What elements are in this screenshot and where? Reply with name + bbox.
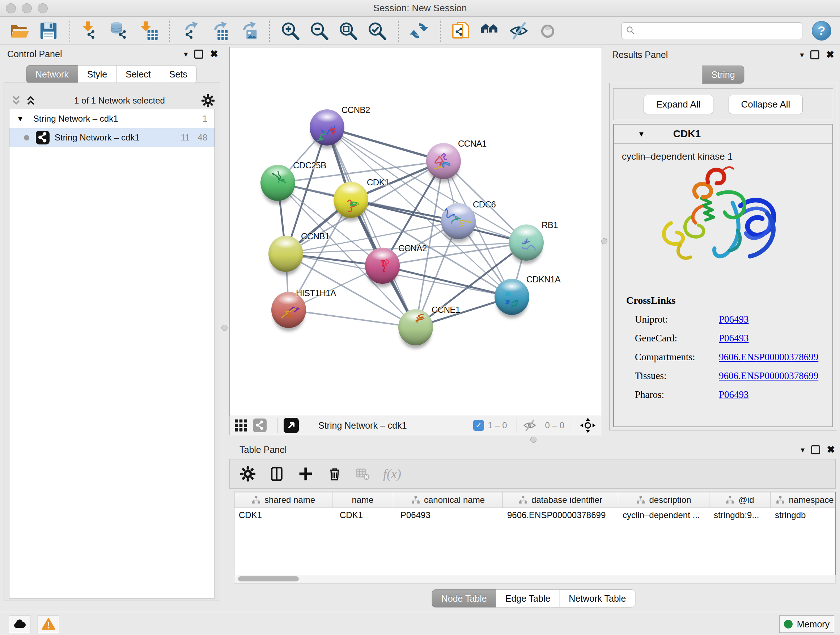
crosslink-link[interactable]: P06493 (719, 389, 749, 401)
table-cell[interactable]: stringdb (771, 508, 836, 523)
export-network-button[interactable] (180, 21, 201, 41)
expand-all-button[interactable]: Expand All (644, 95, 714, 114)
table-maximize-icon[interactable] (811, 445, 820, 454)
tab-style[interactable]: Style (78, 65, 117, 83)
network-collection-row[interactable]: ▼ String Network – cdk1 1 (9, 109, 215, 128)
crosslink-link[interactable]: P06493 (719, 314, 749, 325)
left-splitter-handle[interactable] (221, 325, 227, 331)
add-column-icon[interactable] (298, 466, 314, 482)
zoom-in-button[interactable] (280, 21, 300, 41)
horizontal-splitter-handle[interactable] (531, 437, 537, 443)
search-input[interactable] (637, 24, 802, 38)
network-node-CCNA2[interactable] (365, 248, 400, 284)
table-cell[interactable]: 9606.ENSP00000378699 (503, 508, 618, 523)
results-float-icon[interactable]: ▾ (800, 51, 804, 59)
table-cell[interactable]: P06493 (393, 508, 503, 523)
crosslink-link[interactable]: 9606.ENSP00000378699 (719, 352, 818, 363)
node-details-header[interactable]: ▼ CDK1 (614, 125, 832, 144)
column-header-id[interactable]: @id (709, 492, 771, 508)
tab-network[interactable]: Network (26, 65, 78, 83)
network-row-selected[interactable]: String Network – cdk1 11 48 (9, 128, 215, 147)
show-all-button[interactable] (538, 21, 558, 41)
first-neighbors-button[interactable] (480, 21, 500, 41)
collapse-all-button[interactable]: Collapse All (729, 95, 803, 114)
export-image-button[interactable] (238, 21, 258, 41)
network-node-RB1[interactable] (509, 225, 544, 261)
network-edge[interactable] (327, 127, 444, 161)
scrollbar-thumb[interactable] (238, 576, 299, 581)
network-node-CDKN1A[interactable] (494, 279, 529, 315)
memory-button[interactable]: Memory (779, 616, 834, 633)
column-header-canonical-name[interactable]: canonical name (393, 492, 503, 508)
network-edge[interactable] (327, 127, 416, 327)
table-settings-gear-icon[interactable] (240, 466, 256, 482)
network-node-CCNE1[interactable] (398, 309, 433, 345)
collection-expander-icon[interactable]: ▼ (17, 115, 24, 123)
tab-string[interactable]: String (702, 65, 744, 84)
network-thumbnail-icon[interactable] (253, 418, 267, 432)
network-node-CCNB1[interactable] (268, 236, 303, 272)
network-node-CDC6[interactable] (441, 203, 476, 239)
panel-maximize-icon[interactable] (194, 50, 203, 59)
network-node-CDK1[interactable] (333, 182, 368, 218)
results-maximize-icon[interactable] (810, 50, 819, 59)
results-close-icon[interactable]: ✖ (826, 50, 834, 60)
zoom-fit-button[interactable] (338, 21, 358, 41)
node-label-CDK1: CDK1 (367, 177, 389, 187)
tab-network-table[interactable]: Network Table (560, 589, 635, 608)
column-header-description[interactable]: description (618, 492, 709, 508)
hide-selected-button[interactable] (508, 21, 529, 41)
column-header-shared-name[interactable]: shared name (234, 492, 332, 508)
crosslink-link[interactable]: P06493 (719, 333, 749, 344)
node-label-CCNB2: CCNB2 (341, 105, 370, 115)
table-cell[interactable]: cyclin–dependent ... (618, 508, 709, 523)
birdseye-view-icon[interactable] (284, 418, 299, 433)
column-header-database-identifier[interactable]: database identifier (503, 492, 618, 508)
warnings-button[interactable] (38, 615, 59, 633)
network-node-CCNA1[interactable] (426, 143, 461, 179)
tab-sets[interactable]: Sets (160, 65, 197, 83)
tab-select[interactable]: Select (117, 65, 160, 83)
network-node-CDC25B[interactable] (261, 165, 295, 201)
table-cell[interactable]: CDK1 (234, 508, 332, 523)
cloud-status-button[interactable] (9, 615, 30, 633)
show-columns-icon[interactable] (269, 466, 285, 482)
tab-edge-table[interactable]: Edge Table (496, 589, 560, 608)
network-edge[interactable] (289, 310, 416, 327)
import-network-button[interactable] (80, 21, 101, 41)
column-header-namespace[interactable]: namespace (771, 492, 836, 508)
import-database-button[interactable] (109, 21, 129, 41)
details-expander-icon[interactable]: ▼ (638, 130, 645, 138)
open-button[interactable] (9, 21, 30, 41)
column-label: shared name (264, 495, 315, 505)
network-options-gear-icon[interactable] (201, 94, 215, 108)
grid-view-icon[interactable] (234, 418, 248, 432)
refresh-button[interactable] (409, 21, 429, 41)
import-table-button[interactable] (138, 21, 158, 41)
help-button[interactable]: ? (812, 21, 831, 41)
save-button[interactable] (38, 21, 58, 41)
tab-node-table[interactable]: Node Table (432, 589, 496, 608)
panel-close-icon[interactable]: ✖ (210, 49, 218, 59)
zoom-out-button[interactable] (309, 21, 329, 41)
delete-column-trash-icon[interactable] (327, 466, 343, 482)
table-horizontal-scrollbar[interactable] (234, 575, 836, 584)
selected-nodes-checkbox[interactable]: ✓ (473, 420, 484, 431)
table-float-icon[interactable]: ▾ (801, 446, 805, 454)
network-node-CCNB2[interactable] (309, 109, 344, 146)
collapse-all-icon[interactable] (9, 93, 24, 108)
fit-selected-icon[interactable] (580, 417, 596, 433)
search-box[interactable] (622, 22, 802, 39)
export-table-button[interactable] (209, 21, 229, 41)
table-cell[interactable]: stringdb:9... (709, 508, 771, 523)
clone-network-button[interactable] (451, 21, 471, 41)
network-canvas[interactable]: CCNB2CCNA1CDC25BCDK1CDC6RB1CCNB1CCNA2CDK… (229, 47, 602, 416)
panel-float-icon[interactable]: ▾ (184, 50, 188, 58)
table-cell[interactable]: CDK1 (332, 508, 393, 523)
zoom-selected-button[interactable] (367, 21, 387, 41)
right-splitter-handle[interactable] (601, 238, 607, 244)
column-header-name[interactable]: name (332, 492, 393, 508)
crosslink-link[interactable]: 9606.ENSP00000378699 (719, 371, 818, 382)
table-close-icon[interactable]: ✖ (827, 445, 835, 455)
expand-all-icon[interactable] (24, 93, 38, 108)
